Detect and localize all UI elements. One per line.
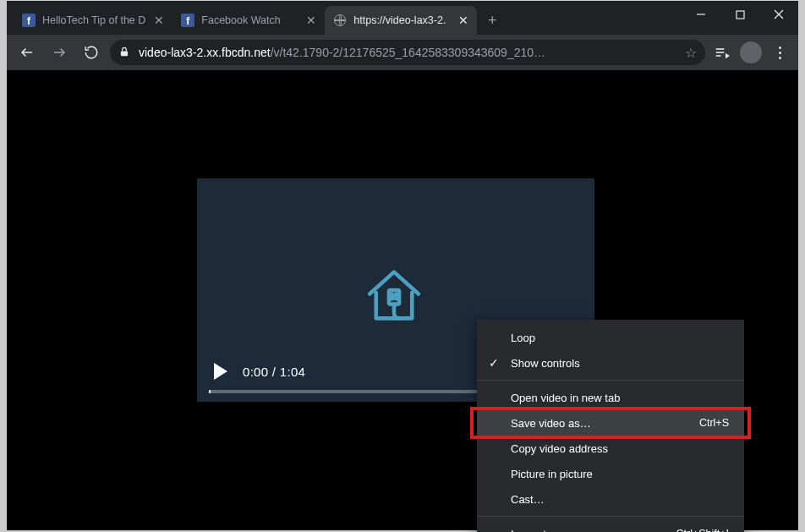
progress-fill [209, 390, 211, 393]
video-context-menu: Loop ✓ Show controls Open video in new t… [477, 320, 744, 532]
menu-label: Loop [511, 332, 535, 344]
tab-label: HelloTech Tip of the D [42, 14, 145, 26]
maximize-button[interactable] [720, 1, 759, 28]
tab-hellotech[interactable]: f HelloTech Tip of the D ✕ [14, 6, 172, 35]
close-window-button[interactable] [759, 1, 798, 28]
svg-marker-10 [726, 53, 730, 58]
facebook-favicon-icon: f [22, 14, 36, 27]
house-plug-icon [362, 263, 426, 327]
menu-loop[interactable]: Loop [477, 325, 744, 350]
menu-label: Copy video address [511, 442, 608, 455]
menu-picture-in-picture[interactable]: Picture in picture [477, 461, 744, 486]
browser-window: f HelloTech Tip of the D ✕ f Facebook Wa… [7, 1, 798, 530]
tab-label: https://video-lax3-2. [353, 14, 450, 26]
time-display: 0:00 / 1:04 [243, 365, 305, 379]
titlebar: f HelloTech Tip of the D ✕ f Facebook Wa… [7, 1, 798, 35]
menu-button[interactable] [768, 41, 791, 64]
profile-avatar[interactable] [739, 41, 763, 64]
menu-show-controls[interactable]: ✓ Show controls [477, 350, 744, 376]
svg-rect-1 [737, 11, 744, 19]
minimize-button[interactable] [682, 1, 720, 28]
media-control-icon[interactable] [710, 41, 734, 64]
tab-video[interactable]: https://video-lax3-2. ✕ [325, 6, 477, 35]
menu-shortcut: Ctrl+Shift+I [676, 528, 729, 532]
url-text: video-lax3-2.xx.fbcdn.net/v/t42.1790-2/1… [139, 46, 676, 59]
menu-label: Picture in picture [511, 468, 593, 480]
menu-cast[interactable]: Cast… [477, 486, 744, 512]
close-icon[interactable]: ✕ [152, 14, 166, 27]
page-content: 0:00 / 1:04 Loop ✓ Show controls Open vi… [7, 70, 798, 530]
menu-inspect[interactable]: Inspect Ctrl+Shift+I [477, 521, 744, 532]
reload-button[interactable] [78, 39, 105, 66]
play-button-icon[interactable] [214, 363, 227, 380]
check-icon: ✓ [489, 356, 499, 370]
tab-facebook-watch[interactable]: f Facebook Watch ✕ [172, 6, 325, 35]
url-host: video-lax3-2.xx.fbcdn.net [139, 46, 271, 59]
new-tab-button[interactable]: + [480, 8, 504, 32]
close-icon[interactable]: ✕ [304, 14, 318, 27]
facebook-favicon-icon: f [181, 14, 194, 27]
forward-button[interactable] [46, 39, 73, 66]
menu-label: Cast… [511, 493, 545, 506]
menu-shortcut: Ctrl+S [699, 417, 729, 429]
tab-label: Facebook Watch [201, 14, 298, 26]
back-button[interactable] [14, 39, 41, 66]
menu-open-new-tab[interactable]: Open video in new tab [477, 385, 744, 410]
menu-save-video-as[interactable]: Save video as… Ctrl+S [477, 410, 744, 436]
menu-copy-address[interactable]: Copy video address [477, 436, 744, 461]
menu-separator [477, 380, 744, 381]
svg-rect-6 [121, 51, 128, 56]
menu-separator [477, 516, 744, 517]
bookmark-star-icon[interactable]: ☆ [685, 45, 697, 61]
lock-icon [118, 46, 130, 60]
menu-label: Save video as… [511, 417, 591, 430]
address-bar[interactable]: video-lax3-2.xx.fbcdn.net/v/t42.1790-2/1… [110, 40, 705, 65]
duration: 1:04 [280, 365, 305, 379]
current-time: 0:00 [243, 365, 268, 379]
menu-label: Open video in new tab [511, 392, 620, 404]
url-path: /v/t42.1790-2/12176525_1642583309343609_… [271, 46, 545, 59]
menu-label: Show controls [511, 357, 580, 370]
close-icon[interactable]: ✕ [457, 14, 470, 27]
window-controls [682, 1, 798, 28]
toolbar: video-lax3-2.xx.fbcdn.net/v/t42.1790-2/1… [7, 35, 798, 70]
menu-label: Inspect [511, 528, 546, 533]
globe-favicon-icon [333, 14, 347, 27]
tab-strip: f HelloTech Tip of the D ✕ f Facebook Wa… [14, 6, 504, 35]
